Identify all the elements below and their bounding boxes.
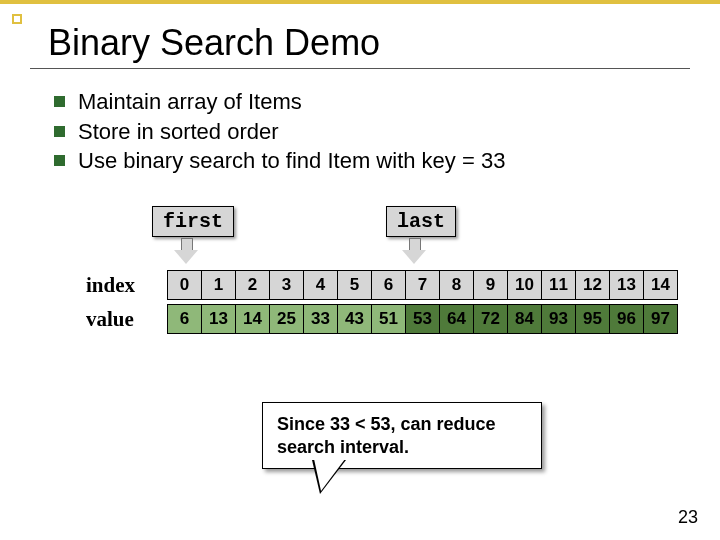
value-cell: 33 [303,304,338,334]
last-tag: last [386,206,456,237]
value-cell: 72 [473,304,508,334]
index-cell: 0 [167,270,202,300]
index-cell: 3 [269,270,304,300]
value-row: value 61314253343515364728493959697 [86,304,690,334]
bullet-item: Maintain array of Items [54,87,690,117]
index-cells: 01234567891011121314 [168,270,678,300]
value-cell: 93 [541,304,576,334]
arrow-down-icon [402,238,426,264]
value-cell: 51 [371,304,406,334]
value-cell: 13 [201,304,236,334]
accent-square [12,14,22,24]
index-cell: 6 [371,270,406,300]
value-cell: 14 [235,304,270,334]
value-label: value [86,304,168,334]
bullet-list: Maintain array of Items Store in sorted … [30,87,690,176]
index-cell: 8 [439,270,474,300]
value-cell: 25 [269,304,304,334]
slide-title: Binary Search Demo [36,22,690,64]
value-cell: 84 [507,304,542,334]
index-row: index 01234567891011121314 [86,270,690,300]
value-cells: 61314253343515364728493959697 [168,304,678,334]
pointer-row: first last [86,206,690,270]
value-cell: 97 [643,304,678,334]
bullet-item: Use binary search to find Item with key … [54,146,690,176]
callout-box: Since 33 < 53, can reduce search interva… [262,402,542,469]
index-cell: 4 [303,270,338,300]
index-label: index [86,270,168,300]
callout-tail-icon [312,460,346,494]
index-cell: 7 [405,270,440,300]
index-cell: 10 [507,270,542,300]
index-cell: 12 [575,270,610,300]
index-cell: 1 [201,270,236,300]
callout-line2: search interval. [277,437,409,457]
index-cell: 13 [609,270,644,300]
value-cell: 53 [405,304,440,334]
callout: Since 33 < 53, can reduce search interva… [262,402,542,469]
value-cell: 64 [439,304,474,334]
index-cell: 2 [235,270,270,300]
first-tag: first [152,206,234,237]
index-cell: 11 [541,270,576,300]
index-cell: 14 [643,270,678,300]
bullet-item: Store in sorted order [54,117,690,147]
arrow-down-icon [174,238,198,264]
callout-line1: Since 33 < 53, can reduce [277,414,496,434]
page-number: 23 [678,507,698,528]
array-block: index 01234567891011121314 value 6131425… [86,270,690,334]
title-underline [30,68,690,69]
index-cell: 9 [473,270,508,300]
slide: Binary Search Demo Maintain array of Ite… [0,0,720,540]
value-cell: 6 [167,304,202,334]
value-cell: 95 [575,304,610,334]
value-cell: 43 [337,304,372,334]
index-cell: 5 [337,270,372,300]
value-cell: 96 [609,304,644,334]
